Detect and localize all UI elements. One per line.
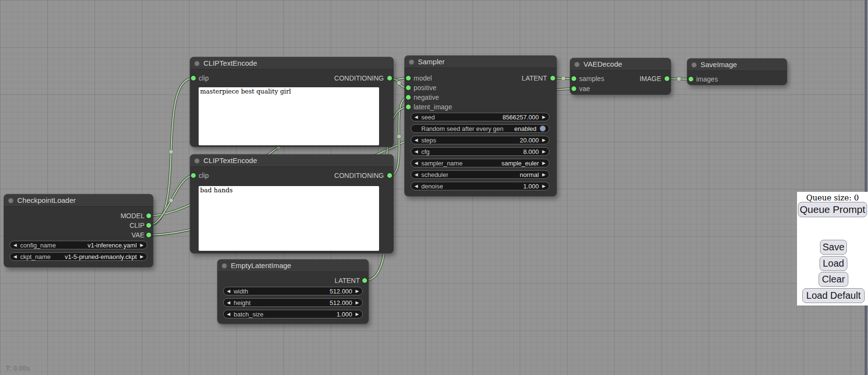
input-slot-model[interactable] bbox=[406, 76, 411, 81]
decrement-arrow-icon[interactable]: ◀ bbox=[415, 136, 418, 144]
widget-scheduler[interactable]: ◀ scheduler normal ▶ bbox=[411, 170, 549, 179]
output-slot-latent[interactable] bbox=[362, 278, 367, 283]
input-slot-latent-image[interactable] bbox=[406, 105, 411, 109]
increment-arrow-icon[interactable]: ▶ bbox=[542, 147, 546, 156]
node-title: EmptyLatentImage bbox=[231, 261, 291, 270]
widget-height[interactable]: ◀ height 512.000 ▶ bbox=[223, 298, 363, 307]
negative-prompt-textarea[interactable]: bad hands bbox=[199, 186, 379, 251]
increment-arrow-icon[interactable]: ▶ bbox=[356, 287, 359, 295]
widget-label: sampler_name bbox=[421, 160, 463, 167]
node-titlebar[interactable]: SaveImage bbox=[687, 59, 787, 71]
widget-value: v1-inference.yaml bbox=[87, 242, 137, 249]
widget-config-name[interactable]: ◀ config_name v1-inference.yaml ▶ bbox=[10, 241, 147, 249]
widget-batch-size[interactable]: ◀ batch_size 1.000 ▶ bbox=[223, 310, 363, 318]
decrement-arrow-icon[interactable]: ◀ bbox=[415, 182, 418, 190]
increment-arrow-icon[interactable]: ▶ bbox=[356, 298, 359, 307]
increment-arrow-icon[interactable]: ▶ bbox=[542, 113, 546, 121]
widget-denoise[interactable]: ◀ denoise 1.000 ▶ bbox=[411, 182, 549, 190]
input-slot-clip[interactable] bbox=[191, 173, 196, 178]
collapse-dot-icon[interactable] bbox=[409, 59, 414, 65]
input-label-clip: clip bbox=[199, 171, 209, 180]
increment-arrow-icon[interactable]: ▶ bbox=[542, 136, 546, 144]
widget-random-seed-toggle[interactable]: Random seed after every gen enabled bbox=[411, 124, 549, 133]
widget-ckpt-name[interactable]: ◀ ckpt_name v1-5-pruned-emaonly.ckpt ▶ bbox=[10, 252, 147, 261]
input-slot-positive[interactable] bbox=[406, 85, 411, 90]
decrement-arrow-icon[interactable]: ◀ bbox=[13, 241, 17, 249]
widget-seed[interactable]: ◀ seed 8566257.000 ▶ bbox=[411, 113, 549, 121]
node-save-image[interactable]: SaveImage images bbox=[687, 59, 787, 85]
input-slot-negative[interactable] bbox=[406, 95, 411, 100]
output-label-conditioning: CONDITIONING bbox=[334, 74, 384, 82]
collapse-dot-icon[interactable] bbox=[194, 158, 200, 164]
increment-arrow-icon[interactable]: ▶ bbox=[140, 241, 143, 249]
increment-arrow-icon[interactable]: ▶ bbox=[140, 252, 143, 261]
output-slot-model[interactable] bbox=[146, 213, 151, 218]
node-titlebar[interactable]: CLIPTextEncode bbox=[190, 154, 393, 167]
output-slot-conditioning[interactable] bbox=[387, 76, 392, 81]
node-titlebar[interactable]: CLIPTextEncode bbox=[190, 57, 393, 70]
input-slot-clip[interactable] bbox=[191, 76, 196, 81]
decrement-arrow-icon[interactable]: ◀ bbox=[227, 287, 230, 295]
output-slot-clip[interactable] bbox=[146, 223, 151, 228]
node-checkpoint-loader[interactable]: CheckpointLoader MODEL CLIP VAE ◀ config… bbox=[4, 194, 153, 267]
input-slot-images[interactable] bbox=[689, 77, 693, 82]
load-button[interactable]: Load bbox=[820, 256, 847, 271]
decrement-arrow-icon[interactable]: ◀ bbox=[227, 298, 230, 307]
node-vae-decode[interactable]: VAEDecode samples vae IMAGE bbox=[570, 58, 671, 94]
node-titlebar[interactable]: CheckpointLoader bbox=[4, 194, 153, 207]
widget-steps[interactable]: ◀ steps 20.000 ▶ bbox=[411, 136, 549, 144]
node-title: CLIPTextEncode bbox=[203, 156, 257, 164]
node-empty-latent-image[interactable]: EmptyLatentImage LATENT ◀ width 512.000 … bbox=[217, 259, 369, 324]
queue-prompt-button[interactable]: Queue Prompt bbox=[798, 202, 867, 217]
collapse-dot-icon[interactable] bbox=[194, 61, 200, 66]
widget-value: 8.000 bbox=[523, 148, 539, 155]
input-slot-samples[interactable] bbox=[571, 76, 576, 81]
widget-sampler-name[interactable]: ◀ sampler_name sample_euler ▶ bbox=[411, 159, 549, 167]
widget-label: batch_size bbox=[234, 311, 263, 318]
save-button[interactable]: Save bbox=[820, 240, 847, 255]
output-slot-vae[interactable] bbox=[146, 233, 151, 237]
increment-arrow-icon[interactable]: ▶ bbox=[542, 170, 546, 179]
collapse-dot-icon[interactable] bbox=[222, 263, 227, 269]
widget-value: 1.000 bbox=[337, 311, 353, 318]
widget-label: width bbox=[234, 288, 248, 295]
clear-button[interactable]: Clear bbox=[819, 272, 848, 287]
increment-arrow-icon[interactable]: ▶ bbox=[356, 310, 359, 318]
collapse-dot-icon[interactable] bbox=[691, 62, 697, 68]
decrement-arrow-icon[interactable]: ◀ bbox=[415, 113, 418, 121]
input-label-vae: vae bbox=[579, 84, 590, 93]
output-slot-image[interactable] bbox=[665, 76, 669, 81]
decrement-arrow-icon[interactable]: ◀ bbox=[415, 170, 418, 179]
input-label-model: model bbox=[414, 74, 432, 82]
node-titlebar[interactable]: EmptyLatentImage bbox=[217, 259, 369, 272]
collapse-dot-icon[interactable] bbox=[8, 198, 13, 203]
output-slot-conditioning[interactable] bbox=[387, 173, 392, 178]
collapse-dot-icon[interactable] bbox=[574, 62, 580, 67]
decrement-arrow-icon[interactable]: ◀ bbox=[227, 310, 230, 318]
node-titlebar[interactable]: VAEDecode bbox=[570, 58, 671, 70]
decrement-arrow-icon[interactable]: ◀ bbox=[13, 252, 17, 261]
input-label-latent-image: latent_image bbox=[414, 103, 452, 111]
canvas-edge-scrollbar[interactable] bbox=[865, 0, 867, 375]
output-slot-latent[interactable] bbox=[550, 76, 555, 81]
decrement-arrow-icon[interactable]: ◀ bbox=[415, 159, 418, 167]
widget-width[interactable]: ◀ width 512.000 ▶ bbox=[223, 287, 363, 295]
positive-prompt-textarea[interactable]: masterpiece best quality girl bbox=[199, 87, 379, 145]
load-default-button[interactable]: Load Default bbox=[802, 288, 865, 303]
decrement-arrow-icon[interactable]: ◀ bbox=[415, 147, 418, 156]
node-titlebar[interactable]: Sampler bbox=[404, 56, 557, 68]
widget-label: seed bbox=[421, 114, 435, 121]
widget-value: normal bbox=[520, 171, 539, 178]
output-label-latent: LATENT bbox=[522, 74, 547, 82]
node-clip-text-encode-positive[interactable]: CLIPTextEncode clip CONDITIONING masterp… bbox=[190, 57, 393, 147]
toggle-dot-icon[interactable] bbox=[540, 126, 546, 131]
increment-arrow-icon[interactable]: ▶ bbox=[542, 159, 546, 167]
widget-value: 512.000 bbox=[330, 299, 352, 306]
widget-cfg[interactable]: ◀ cfg 8.000 ▶ bbox=[411, 147, 549, 156]
node-clip-text-encode-negative[interactable]: CLIPTextEncode clip CONDITIONING bad han… bbox=[190, 154, 393, 253]
increment-arrow-icon[interactable]: ▶ bbox=[542, 182, 546, 190]
input-slot-vae[interactable] bbox=[571, 86, 576, 91]
output-label-latent: LATENT bbox=[334, 276, 360, 285]
widget-label: steps bbox=[421, 137, 436, 144]
node-sampler[interactable]: Sampler model positive negative latent_i… bbox=[404, 56, 557, 196]
